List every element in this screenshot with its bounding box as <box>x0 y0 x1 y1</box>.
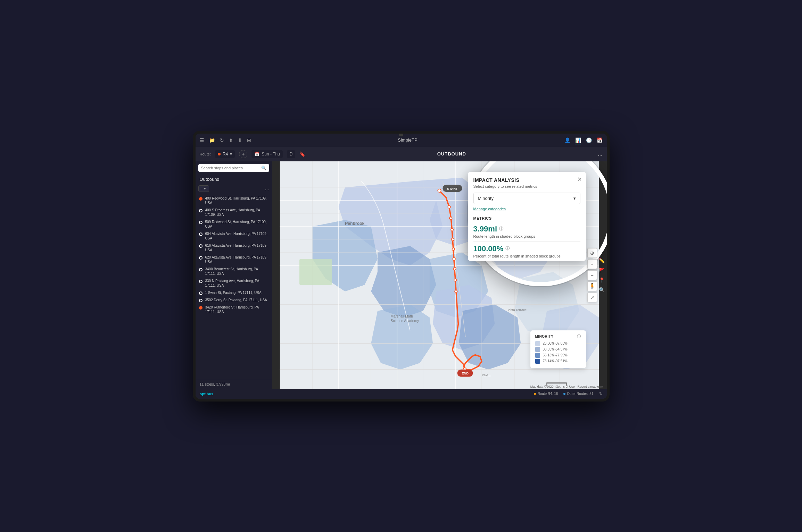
svg-point-40 <box>453 267 456 270</box>
list-item[interactable]: 3502 Derry St, Paxtang, PA 17111, USA <box>196 296 272 304</box>
stop-dot <box>199 209 202 212</box>
route-bar: Route: R4 ▾ + 📅 Sun - Thu D 🔖 OUTBOUND .… <box>196 147 607 161</box>
svg-point-38 <box>452 248 454 250</box>
stop-list: 400 Redwood St, Harrisburg, PA 17109, US… <box>196 193 272 379</box>
status-bar: optibus Route R4: 16 Other Routes: 51 ↻ <box>196 389 607 399</box>
route-name: R4 <box>223 152 228 157</box>
clock-icon[interactable]: 🕐 <box>586 137 592 143</box>
list-item[interactable]: 1 Swan St, Paxtang, PA 17111, USA <box>196 289 272 296</box>
legend-range: 55.13%-77.99% <box>543 353 568 357</box>
collapse-button[interactable]: - ▾ <box>198 185 209 192</box>
expand-icon[interactable]: ⤢ <box>587 293 597 302</box>
stop-address: 509 Redwood St, Harrisburg, PA 17109, US… <box>205 220 268 229</box>
stop-address: 330 N Paxtang Ave, Harrisburg, PA 17111,… <box>205 279 268 288</box>
legend-range: 78.14%-97.51% <box>543 359 568 363</box>
stop-dot <box>199 221 202 224</box>
svg-text:Marshall Math: Marshall Math <box>390 314 413 318</box>
legend-info-icon[interactable]: ⓘ <box>577 334 581 339</box>
person-pin-icon[interactable]: 👤 <box>564 137 570 143</box>
stop-address: 3502 Derry St, Paxtang, PA 17111, USA <box>205 298 267 302</box>
list-item[interactable]: 604 Altavista Ave, Harrisburg, PA 17109,… <box>196 230 272 242</box>
svg-text:END: END <box>462 371 469 375</box>
impact-analysis-panel: IMPACT ANALYSIS Select category to see r… <box>468 172 586 261</box>
svg-point-35 <box>449 217 452 219</box>
stop-address: 400 S Progress Ave, Harrisburg, PA 17109… <box>205 208 268 217</box>
more-options-icon[interactable]: ... <box>598 151 602 157</box>
legend-box: MINORITY ⓘ 26.00%-37.85%38.35%-54.57%55.… <box>530 330 586 368</box>
list-item[interactable]: 3420 Rutherford St, Harrisburg, PA 17111… <box>196 304 272 315</box>
list-item[interactable]: 400 Redwood St, Harrisburg, PA 17109, US… <box>196 195 272 206</box>
flag-icon[interactable]: 🚩 <box>599 268 605 273</box>
folder-icon[interactable]: 📁 <box>209 137 215 143</box>
menu-icon[interactable]: ☰ <box>200 137 204 143</box>
list-item[interactable]: 330 N Paxtang Ave, Harrisburg, PA 17111,… <box>196 277 272 289</box>
map-report[interactable]: Report a map error <box>577 385 604 388</box>
manage-categories-link[interactable]: Manage categories <box>468 207 586 214</box>
search-map-icon[interactable]: 🔍 <box>599 287 605 293</box>
other-routes-status: Other Routes: 51 <box>563 392 593 396</box>
metric-info-icon[interactable]: ⓘ <box>499 226 503 232</box>
category-dropdown[interactable]: Minority ▾ <box>473 193 580 204</box>
legend-range: 38.35%-54.57% <box>543 347 568 351</box>
metric-distance-desc: Route length in shaded block groups <box>473 234 580 238</box>
calendar-small-icon: 📅 <box>254 152 259 157</box>
main-content: 🔍 Outbound - ▾ ... 400 Redwood St, Harri… <box>196 161 607 389</box>
list-item[interactable]: 509 Redwood St, Harrisburg, PA 17109, US… <box>196 218 272 230</box>
metric-percent: 100.00% ⓘ Percent of total route length … <box>468 242 586 261</box>
list-more-icon[interactable]: ... <box>265 186 269 191</box>
close-icon[interactable]: ✕ <box>577 176 582 183</box>
stop-dot <box>199 256 202 260</box>
search-box[interactable]: 🔍 <box>198 164 269 172</box>
stop-dot <box>199 292 202 295</box>
network-icon[interactable]: ⊞ <box>247 137 251 143</box>
stop-dot <box>199 299 202 302</box>
zoom-out-button[interactable]: − <box>587 270 597 280</box>
list-item[interactable]: 616 Altavista Ave, Harrisburg, PA 17109,… <box>196 242 272 254</box>
refresh-status-icon[interactable]: ↻ <box>599 391 603 396</box>
metric-info-icon-2[interactable]: ⓘ <box>505 246 510 252</box>
chart-line-icon[interactable]: 📊 <box>575 137 581 143</box>
map-area[interactable]: START END Penbrook Marshall Math Science… <box>272 161 607 389</box>
stop-address: 3420 Rutherford St, Harrisburg, PA 17111… <box>205 305 268 314</box>
add-route-button[interactable]: + <box>239 150 247 158</box>
svg-point-33 <box>438 189 441 192</box>
metric-percent-desc: Percent of total route length in shaded … <box>473 254 580 258</box>
map-attribution: Map data ©2020 <box>530 385 554 388</box>
metrics-label: METRICS <box>468 214 586 222</box>
list-item[interactable]: 400 S Progress Ave, Harrisburg, PA 17109… <box>196 206 272 218</box>
calendar-icon[interactable]: 📅 <box>597 137 603 143</box>
list-item[interactable]: 3400 Beaucrest St, Harrisburg, PA 17111,… <box>196 265 272 277</box>
direction-label: OUTBOUND <box>309 151 594 157</box>
stop-dot <box>199 233 202 236</box>
location-icon[interactable]: 📍 <box>599 277 605 283</box>
stop-dot <box>199 280 202 283</box>
list-item[interactable]: 620 Altavista Ave, Harrisburg, PA 17109,… <box>196 254 272 265</box>
legend-swatch <box>535 359 540 364</box>
route-color-dot <box>218 153 221 155</box>
stop-address: 400 Redwood St, Harrisburg, PA 17109, US… <box>205 196 268 205</box>
zoom-in-button[interactable]: + <box>587 259 597 269</box>
day-label[interactable]: D <box>287 150 296 158</box>
sidebar-controls: - ▾ ... <box>196 184 272 193</box>
refresh-icon[interactable]: ↻ <box>220 137 224 143</box>
stop-address: 616 Altavista Ave, Harrisburg, PA 17109,… <box>205 243 268 252</box>
upload-icon[interactable]: ⬆ <box>229 137 233 143</box>
route-r4-status: Route R4: 16 <box>534 392 558 396</box>
svg-point-37 <box>451 238 454 240</box>
bookmark-icon[interactable]: 🔖 <box>299 151 305 157</box>
date-range[interactable]: 📅 Sun - Thu <box>251 150 282 158</box>
legend-item: 55.13%-77.99% <box>535 353 581 358</box>
pencil-icon[interactable]: ✏️ <box>599 258 605 263</box>
route-selector[interactable]: R4 ▾ <box>215 150 235 158</box>
person-icon[interactable]: 🧍 <box>587 281 597 291</box>
map-terms[interactable]: Terms of Use <box>556 385 574 388</box>
svg-point-42 <box>455 290 457 293</box>
legend-item: 26.00%-37.85% <box>535 341 581 346</box>
search-input[interactable] <box>201 166 259 170</box>
download-icon[interactable]: ⬇ <box>238 137 242 143</box>
legend-swatch <box>535 347 540 352</box>
legend-items: 26.00%-37.85%38.35%-54.57%55.13%-77.99%7… <box>535 341 581 364</box>
compass-icon[interactable]: ⊕ <box>587 248 597 258</box>
stop-dot <box>199 244 202 248</box>
svg-rect-55 <box>547 382 566 383</box>
